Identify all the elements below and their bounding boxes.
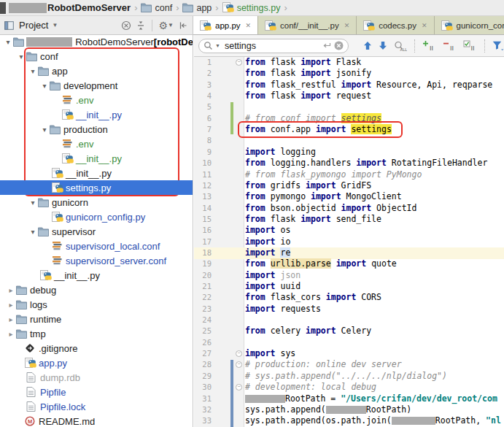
- code-line-17[interactable]: 17import io: [194, 236, 504, 247]
- code-line-18[interactable]: 18import re: [194, 247, 504, 258]
- tree-row-logs[interactable]: ▸logs: [0, 297, 193, 312]
- breadcrumb-item-conf[interactable]: conf: [141, 3, 172, 13]
- collapse-all-icon[interactable]: [136, 20, 146, 31]
- chevron-expanded-icon[interactable]: ▾: [28, 228, 38, 236]
- previous-occurrence-icon[interactable]: [363, 41, 372, 50]
- code-line-22[interactable]: 22from flask_cors import CORS: [194, 292, 504, 303]
- tree-row-env[interactable]: .env: [0, 136, 193, 151]
- next-occurrence-icon[interactable]: [379, 41, 387, 50]
- chevron-expanded-icon[interactable]: ▾: [28, 67, 38, 75]
- breadcrumb-project[interactable]: RobotDemoServer: [47, 2, 131, 13]
- code-line-21[interactable]: 21import uuid: [194, 281, 504, 292]
- code-line-7[interactable]: 7from conf.app import settings: [194, 124, 504, 135]
- tree-row-debug[interactable]: ▸debug: [0, 282, 193, 297]
- tree-row-supervisord-local-conf[interactable]: supervisord_local.conf: [0, 239, 193, 253]
- tree-row-init-py[interactable]: __init__.py: [0, 151, 193, 166]
- code-line-6[interactable]: 6# from conf import settings: [194, 113, 504, 124]
- code-line-13[interactable]: 13from pymongo import MongoClient: [194, 191, 504, 202]
- clear-search-icon[interactable]: [334, 41, 344, 50]
- chevron-expanded-icon[interactable]: ▾: [39, 82, 50, 90]
- fold-marker-icon[interactable]: −: [236, 59, 242, 66]
- breadcrumb-item-settings-py[interactable]: settings.py: [222, 2, 281, 13]
- code-line-20[interactable]: 20import json: [194, 270, 504, 281]
- tree-row-pipfile[interactable]: Pipfile: [0, 385, 193, 399]
- locate-file-icon[interactable]: [120, 20, 132, 31]
- tree-row-robotdemoserver[interactable]: ▾RobotDemoServer [robotDe: [0, 35, 193, 49]
- chevron-collapsed-icon[interactable]: ▸: [6, 315, 16, 323]
- select-all-occurrences-icon[interactable]: II: [463, 40, 477, 51]
- chevron-collapsed-icon[interactable]: ▸: [6, 286, 16, 294]
- chevron-expanded-icon[interactable]: ▾: [28, 199, 38, 207]
- code-line-3[interactable]: 3from flask_restful import Resource, Api…: [194, 80, 504, 91]
- tree-row-init-py[interactable]: __init__.py: [0, 166, 193, 180]
- code-line-33[interactable]: 33sys.path.append(os.path.join(RootPath,…: [194, 415, 504, 426]
- search-history-arrow-icon[interactable]: ▼: [215, 43, 220, 48]
- code-line-5[interactable]: 5: [194, 101, 504, 112]
- tree-row-supervisor[interactable]: ▾supervisor: [0, 224, 193, 239]
- code-line-32[interactable]: 32sys.path.append(RootPath): [194, 404, 504, 415]
- close-icon[interactable]: ✕: [422, 22, 427, 29]
- tree-row-gitignore[interactable]: .gitignore: [0, 341, 193, 355]
- code-line-12[interactable]: 12from gridfs import GridFS: [194, 180, 504, 191]
- tree-row-gunicorn[interactable]: ▾gunicorn: [0, 195, 193, 209]
- tree-row-dump-rdb[interactable]: dump.rdb: [0, 370, 193, 385]
- close-icon[interactable]: ✕: [344, 22, 350, 29]
- filter-icon[interactable]: [492, 41, 504, 50]
- code-line-25[interactable]: 25from celery import Celery: [194, 326, 504, 336]
- tree-row-init-py[interactable]: __init__.py: [0, 268, 193, 282]
- tree-row-pipfile-lock[interactable]: Pipfile.lock: [0, 399, 193, 414]
- add-selection-icon[interactable]: II: [422, 40, 436, 51]
- chevron-collapsed-icon[interactable]: ▸: [6, 330, 16, 338]
- code-line-10[interactable]: 10from logging.handlers import RotatingF…: [194, 158, 504, 169]
- breadcrumb: RobotDemoServer ›conf›app›settings.py›: [0, 0, 504, 16]
- tree-row-env[interactable]: .env: [0, 93, 193, 107]
- tree-row-production[interactable]: ▾production: [0, 122, 193, 136]
- code-text: sys.path.append(RootPath): [244, 404, 411, 415]
- tree-row-development[interactable]: ▾development: [0, 78, 193, 93]
- code-line-8[interactable]: 8: [194, 135, 504, 146]
- hide-panel-icon[interactable]: [178, 20, 188, 31]
- code-editor[interactable]: 1from flask import Flask2from flask impo…: [194, 57, 504, 427]
- chevron-expanded-icon[interactable]: ▾: [39, 126, 50, 134]
- code-line-11[interactable]: 11# from flask_pymongo import PyMongo: [194, 169, 504, 180]
- redacted-block: [392, 417, 435, 425]
- tree-row-init-py[interactable]: __init__.py: [0, 107, 193, 122]
- tree-row-readme-md[interactable]: MREADME.md: [0, 414, 193, 427]
- code-line-16[interactable]: 16import os: [194, 225, 504, 236]
- tree-row-runtime[interactable]: ▸runtime: [0, 312, 193, 326]
- line-number: 1: [194, 58, 212, 66]
- tree-row-settings-py[interactable]: settings.py: [0, 180, 193, 195]
- tab-codecs-py[interactable]: codecs.py✕: [357, 16, 434, 35]
- breadcrumb-item-app[interactable]: app: [182, 3, 212, 13]
- code-line-4[interactable]: 4from flask import request: [194, 91, 504, 101]
- chevron-expanded-icon[interactable]: ▾: [3, 38, 13, 46]
- code-line-29[interactable]: 29# sys.path.append("../../../nlp/dialog…: [194, 371, 504, 382]
- code-line-9[interactable]: 9import logging: [194, 147, 504, 158]
- code-line-14[interactable]: 14from bson.objectid import ObjectId: [194, 203, 504, 214]
- tree-row-app[interactable]: ▾app: [0, 64, 193, 78]
- code-line-31[interactable]: 31RootPath = "/Users/crifan/dev/dev_root…: [194, 393, 504, 404]
- remove-selection-icon[interactable]: II: [443, 40, 457, 51]
- tree-row-conf[interactable]: ▾conf: [0, 49, 193, 64]
- code-line-23[interactable]: 23import requests: [194, 304, 504, 315]
- code-line-24[interactable]: 24: [194, 315, 504, 326]
- tab-conf-init-py[interactable]: conf/__init__.py✕: [258, 16, 357, 35]
- code-line-26[interactable]: 26: [194, 337, 504, 348]
- chevron-down-icon[interactable]: ▼: [52, 22, 58, 28]
- code-line-19[interactable]: 19from urllib.parse import quote: [194, 258, 504, 269]
- tree-row-gunicorn-config-py[interactable]: gunicorn_config.py: [0, 209, 193, 224]
- project-panel-title[interactable]: Project: [19, 20, 48, 31]
- find-all-icon[interactable]: ALL: [394, 41, 407, 51]
- tree-row-app-py[interactable]: app.py: [0, 355, 193, 370]
- code-line-2[interactable]: 2from flask import jsonify: [194, 68, 504, 79]
- chevron-collapsed-icon[interactable]: ▸: [6, 301, 16, 309]
- tab-app-py[interactable]: app.py✕: [193, 16, 258, 35]
- code-line-15[interactable]: 15from flask import send_file: [194, 214, 504, 225]
- close-icon[interactable]: ✕: [246, 22, 252, 29]
- chevron-expanded-icon[interactable]: ▾: [16, 53, 26, 61]
- gear-icon[interactable]: ⚙▼: [158, 20, 174, 31]
- tree-row-tmp[interactable]: ▸tmp: [0, 326, 193, 341]
- tree-row-supervisord-server-conf[interactable]: supervisord_server.conf: [0, 253, 193, 268]
- tab-gunicorn-config[interactable]: gunicorn_config✕: [435, 16, 504, 35]
- search-input[interactable]: ▼ settings: [198, 39, 349, 53]
